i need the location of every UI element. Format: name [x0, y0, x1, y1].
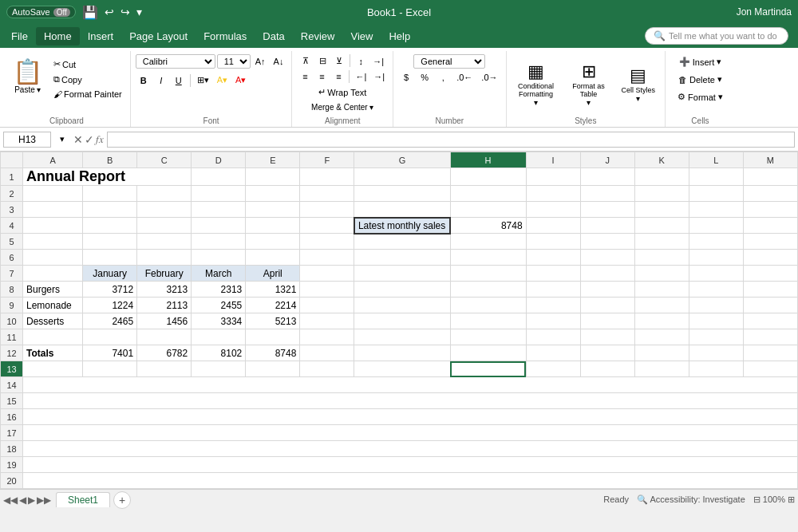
cell-k11[interactable] [634, 329, 689, 345]
cell-k1[interactable] [634, 168, 689, 186]
row-header-17[interactable]: 17 [1, 425, 23, 441]
cell-i9[interactable] [526, 298, 580, 313]
cell-h10[interactable] [450, 313, 526, 329]
first-sheet-arrow[interactable]: ◀◀ [3, 495, 18, 506]
col-header-f[interactable]: F [300, 152, 354, 168]
cell-b5[interactable] [83, 234, 137, 250]
cell-b7-january[interactable]: January [83, 266, 137, 282]
cell-k12[interactable] [634, 345, 689, 361]
menu-page-layout[interactable]: Page Layout [121, 27, 196, 45]
cell-d5[interactable] [192, 234, 246, 250]
cell-m4[interactable] [743, 218, 797, 234]
cell-b6[interactable] [83, 250, 137, 266]
cell-i13[interactable] [526, 361, 580, 377]
cell-a6[interactable] [23, 250, 83, 266]
indent-increase-button[interactable]: →| [369, 54, 387, 68]
cell-a12-totals[interactable]: Totals [23, 345, 83, 361]
cell-b3[interactable] [83, 202, 137, 218]
conditional-formatting-button[interactable]: ▦ Conditional Formatting ▾ [512, 63, 561, 104]
cell-c5[interactable] [137, 234, 192, 250]
cell-e12[interactable]: 8748 [246, 345, 300, 361]
comma-button[interactable]: , [435, 71, 451, 84]
cell-f5[interactable] [300, 234, 354, 250]
cell-h11[interactable] [450, 329, 526, 345]
cell-a11[interactable] [23, 329, 83, 345]
cell-k3[interactable] [634, 202, 689, 218]
align-center-button[interactable]: ≡ [314, 70, 330, 83]
cell-b8[interactable]: 3712 [83, 282, 137, 298]
row-header-10[interactable]: 10 [1, 313, 23, 329]
cell-k6[interactable] [634, 250, 689, 266]
cell-a8-burgers[interactable]: Burgers [23, 282, 83, 298]
cell-m2[interactable] [743, 186, 797, 202]
cell-i8[interactable] [526, 282, 580, 298]
cell-j13[interactable] [580, 361, 634, 377]
align-bottom-button[interactable]: ⊻ [331, 54, 347, 68]
cell-a7[interactable] [23, 266, 83, 282]
autosave-toggle[interactable]: AutoSave Off [6, 6, 76, 18]
cell-d4[interactable] [192, 218, 246, 234]
merge-center-button[interactable]: Merge & Center ▾ [307, 101, 377, 113]
cell-b13[interactable] [83, 361, 137, 377]
col-header-e[interactable]: E [246, 152, 300, 168]
cell-e7-april[interactable]: April [246, 266, 300, 282]
italic-button[interactable]: I [153, 74, 169, 87]
col-header-j[interactable]: J [580, 152, 634, 168]
cell-f13[interactable] [300, 361, 354, 377]
delete-cells-button[interactable]: 🗑 Delete ▾ [671, 72, 729, 87]
customize-icon[interactable]: ▾ [136, 6, 142, 18]
cell-k13[interactable] [634, 361, 689, 377]
cell-m7[interactable] [743, 266, 797, 282]
cell-j12[interactable] [580, 345, 634, 361]
cell-l6[interactable] [689, 250, 743, 266]
row-header-13[interactable]: 13 [1, 361, 23, 377]
next-sheet-arrow[interactable]: ▶ [28, 495, 35, 506]
cell-h2[interactable] [450, 186, 526, 202]
cell-i2[interactable] [526, 186, 580, 202]
menu-formulas[interactable]: Formulas [196, 27, 255, 45]
cell-f11[interactable] [300, 329, 354, 345]
cell-a4[interactable] [23, 218, 83, 234]
cell-a13[interactable] [23, 361, 83, 377]
cell-i6[interactable] [526, 250, 580, 266]
row-header-4[interactable]: 4 [1, 218, 23, 234]
cell-c7-february[interactable]: February [137, 266, 192, 282]
cell-b4[interactable] [83, 218, 137, 234]
cell-m12[interactable] [743, 345, 797, 361]
row-header-8[interactable]: 8 [1, 282, 23, 298]
cell-b9[interactable]: 1224 [83, 298, 137, 313]
cell-h8[interactable] [450, 282, 526, 298]
format-cells-button[interactable]: ⚙ Format ▾ [670, 89, 730, 104]
cell-c13[interactable] [137, 361, 192, 377]
cell-f10[interactable] [300, 313, 354, 329]
row-header-16[interactable]: 16 [1, 409, 23, 425]
prev-sheet-arrow[interactable]: ◀ [19, 495, 26, 506]
cell-f12[interactable] [300, 345, 354, 361]
cell-h3[interactable] [450, 202, 526, 218]
cell-j3[interactable] [580, 202, 634, 218]
cell-l11[interactable] [689, 329, 743, 345]
col-header-g[interactable]: G [354, 152, 450, 168]
cell-k4[interactable] [634, 218, 689, 234]
cell-e1[interactable] [246, 168, 300, 186]
cell-g7[interactable] [354, 266, 450, 282]
menu-review[interactable]: Review [293, 27, 343, 45]
cell-d11[interactable] [192, 329, 246, 345]
cell-e8[interactable]: 1321 [246, 282, 300, 298]
col-header-h[interactable]: H [450, 152, 526, 168]
cell-h1[interactable] [450, 168, 526, 186]
insert-function-icon[interactable]: 𝑓𝑥 [96, 133, 104, 146]
name-box-dropdown[interactable]: ▾ [54, 132, 70, 146]
cell-g4-latest-sales[interactable]: Latest monthly sales [354, 218, 450, 234]
cell-e3[interactable] [246, 202, 300, 218]
cell-l1[interactable] [689, 168, 743, 186]
row-header-9[interactable]: 9 [1, 298, 23, 313]
cell-g13[interactable] [354, 361, 450, 377]
cell-f8[interactable] [300, 282, 354, 298]
cell-l9[interactable] [689, 298, 743, 313]
cell-d2[interactable] [192, 186, 246, 202]
cell-styles-button[interactable]: ▤ Cell Styles ▾ [617, 63, 661, 104]
cell-l8[interactable] [689, 282, 743, 298]
wrap-text-button[interactable]: ↵ Wrap Text [313, 85, 372, 99]
cell-m6[interactable] [743, 250, 797, 266]
